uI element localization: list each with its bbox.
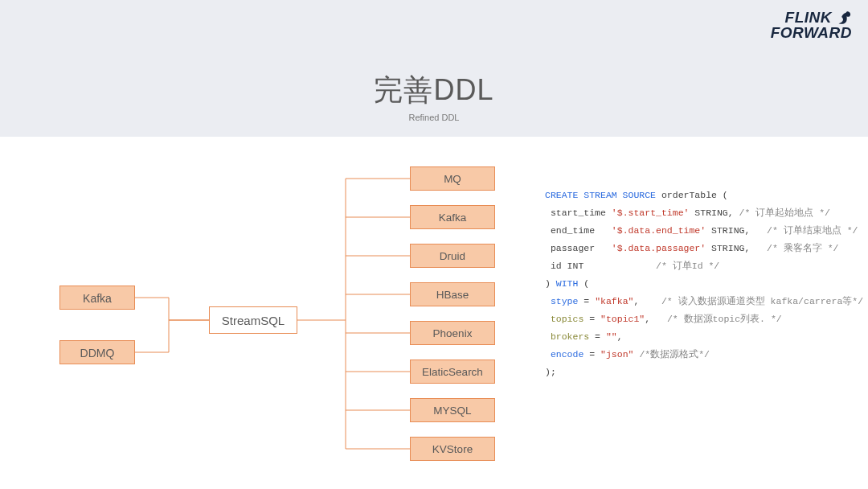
output-node-phoenix: Phoenix <box>410 321 495 345</box>
output-node-druid: Druid <box>410 244 495 268</box>
output-node-elasticsearch: ElaticSearch <box>410 360 495 384</box>
squirrel-icon <box>834 10 852 26</box>
page-title: 完善DDL <box>0 71 868 110</box>
diagram: Kafka DDMQ StreamSQL MQ Kafka Druid HBas… <box>0 137 530 489</box>
center-node-streamsql: StreamSQL <box>209 306 297 334</box>
logo: FLINK FORWARD <box>771 10 852 40</box>
logo-line1: FLINK <box>785 10 832 25</box>
output-node-hbase: HBase <box>410 282 495 306</box>
code-panel: CREATE STREAM SOURCE orderTable ( start_… <box>545 187 854 381</box>
input-node-kafka: Kafka <box>59 286 135 310</box>
page-subtitle: Refined DDL <box>0 113 868 122</box>
output-node-kvstore: KVStore <box>410 437 495 461</box>
input-node-ddmq: DDMQ <box>59 340 135 364</box>
output-node-mysql: MYSQL <box>410 398 495 422</box>
output-node-mq: MQ <box>410 166 495 191</box>
output-node-kafka: Kafka <box>410 205 495 229</box>
logo-line2: FORWARD <box>771 26 852 40</box>
